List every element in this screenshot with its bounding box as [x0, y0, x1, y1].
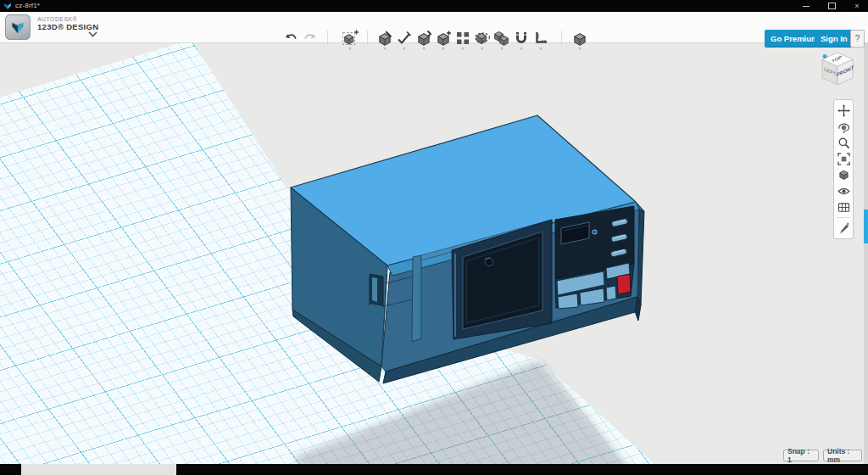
solid-tool-button[interactable]	[571, 30, 588, 47]
undo-icon	[283, 31, 299, 47]
zoom-button[interactable]	[835, 135, 852, 151]
ruler-icon	[532, 30, 549, 47]
fit-button[interactable]	[835, 151, 852, 167]
right-edge-scroll-indicator[interactable]	[864, 210, 868, 243]
units-badge[interactable]: Units : mm	[823, 450, 862, 461]
snap-badge[interactable]: Snap : 1	[783, 450, 819, 461]
combine-button[interactable]	[493, 30, 510, 47]
sketch-icon	[376, 30, 393, 47]
grouping-icon	[474, 30, 491, 47]
modify-button[interactable]	[415, 30, 432, 47]
minimize-button[interactable]	[800, 1, 812, 11]
navbar-separator	[837, 217, 850, 218]
magnet-icon	[513, 30, 530, 47]
sign-in-button[interactable]: Sign In	[815, 30, 854, 48]
magnifier-icon	[837, 137, 850, 149]
right-edge-strip	[864, 43, 868, 464]
title-bar: cz-8rf1* ×	[0, 0, 868, 12]
orbit-button[interactable]	[835, 119, 852, 135]
close-button[interactable]: ×	[851, 1, 863, 11]
view-cube[interactable]: TOP FRONT LEFT	[814, 47, 861, 91]
door-recess-left-wall[interactable]	[412, 255, 421, 342]
snap-button[interactable]	[513, 30, 530, 47]
help-button[interactable]: ?	[850, 30, 865, 48]
taskbar	[0, 464, 868, 475]
main-toolbar: AUTODESK® 123D® DESIGN	[0, 12, 868, 43]
pan-icon	[837, 104, 850, 117]
redo-button[interactable]	[301, 30, 318, 47]
pan-button[interactable]	[835, 103, 852, 119]
grid-settings-button[interactable]	[835, 199, 852, 215]
eye-icon	[837, 185, 850, 198]
combine-icon	[493, 30, 510, 47]
redo-icon	[302, 31, 318, 47]
viewport-canvas[interactable]: TOP FRONT LEFT	[0, 43, 868, 464]
app-window: { "window": { "title": "cz-8rf1*", "cont…	[0, 0, 868, 475]
construct-icon	[396, 30, 413, 47]
restore-button[interactable]	[826, 1, 837, 11]
material-button[interactable]	[835, 220, 852, 236]
modify-icon	[415, 30, 432, 47]
view-cube-home-dot[interactable]	[823, 54, 827, 59]
orbit-icon	[837, 120, 850, 133]
undo-button[interactable]	[282, 30, 299, 47]
visibility-button[interactable]	[835, 183, 852, 199]
primitives-icon	[341, 29, 359, 48]
measure-button[interactable]	[532, 30, 549, 47]
grid-icon	[837, 201, 850, 214]
primitives-button[interactable]	[340, 30, 360, 47]
pattern-icon	[454, 30, 471, 47]
window-title: cz-8rf1*	[15, 0, 40, 12]
brand-text: AUTODESK® 123D® DESIGN	[37, 16, 98, 32]
shade-button[interactable]	[835, 167, 852, 183]
123d-logo-icon	[8, 18, 27, 36]
brush-icon	[837, 221, 850, 234]
keypad-red-button[interactable]	[617, 274, 631, 294]
solid-cube-icon	[571, 30, 588, 47]
app-menu-button[interactable]	[5, 14, 31, 40]
navigation-toolbar	[833, 99, 854, 239]
sketch-button[interactable]	[376, 30, 393, 47]
toolbar-separator	[327, 31, 328, 46]
toolbar-separator	[367, 31, 368, 46]
construct-button[interactable]	[396, 30, 413, 47]
keypad-button[interactable]	[606, 286, 616, 300]
pattern-button[interactable]	[454, 30, 471, 47]
combine-add-icon	[435, 30, 452, 47]
fit-icon	[837, 153, 850, 165]
shade-cube-icon	[837, 169, 850, 182]
toolbar-separator	[561, 31, 562, 46]
combine-add-button[interactable]	[435, 30, 452, 47]
app-icon	[3, 2, 12, 10]
door-handle-inner	[372, 277, 377, 302]
grouping-button[interactable]	[474, 30, 491, 47]
chevron-down-icon[interactable]	[88, 31, 97, 37]
taskbar-segment[interactable]	[21, 464, 176, 475]
model-3d[interactable]	[0, 43, 868, 464]
